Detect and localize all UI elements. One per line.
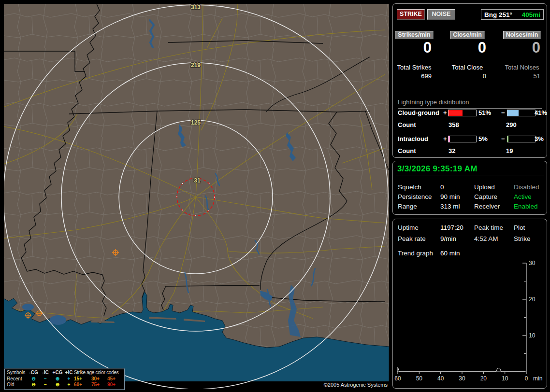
cloud-ground-count-row: Count 358 290 (393, 121, 547, 129)
lightning-map[interactable]: 313 219 125 31 Symbols -CG -IC +CG +IC S… (4, 4, 389, 389)
legend-header-neg-cg: -CG (28, 370, 40, 376)
uptime-label: Uptime (398, 224, 419, 231)
svg-text:40: 40 (437, 375, 444, 382)
cg-positive-count: 358 (449, 121, 459, 128)
count-label: Count (398, 147, 416, 154)
legend-row-label: Recent (7, 376, 28, 382)
noise-button[interactable]: NOISE (427, 9, 455, 20)
svg-text:10: 10 (529, 332, 536, 339)
legend-age-header: Strike age color codes (74, 370, 123, 376)
status-row: Squelch 0 Upload Disabled (393, 183, 547, 192)
ring-label-31: 31 (194, 177, 201, 184)
squelch-value: 0 (440, 183, 444, 191)
map-symbol-legend: Symbols -CG -IC +CG +IC Strike age color… (4, 368, 125, 390)
pos-cg-old-icon: ⊕ (51, 382, 64, 388)
datetime-display: 3/3/2026 9:35:19 AM (397, 164, 478, 174)
legend-header-neg-ic: -IC (40, 370, 51, 376)
minus-sign: − (501, 135, 505, 142)
peak-time-label: Peak time (474, 224, 503, 231)
ic-positive-pct: 5% (478, 135, 488, 142)
trend-graph-label: Trend graph (398, 250, 433, 257)
legend-header-pos-cg: +CG (51, 370, 64, 376)
total-close-value: 0 (446, 72, 489, 80)
divider (396, 176, 544, 176)
trend-panel: Uptime 1197:20 Peak time Plot Peak rate … (392, 219, 547, 389)
trend-graph-window: 60 min (440, 250, 460, 257)
cg-positive-bar (448, 110, 477, 116)
upload-status: Disabled (514, 183, 539, 191)
plot-mode-value: Strike (514, 235, 531, 242)
legend-row-label: Old (7, 382, 28, 388)
cg-negative-pct: 41% (535, 109, 547, 116)
peak-rate-label: Peak rate (398, 235, 426, 242)
cloud-ground-label: Cloud-ground (398, 109, 439, 116)
trend-graph: 1020306050403020100min (393, 261, 547, 387)
age-code-60: 60+ (74, 382, 91, 388)
copyright-text: ©2005 Astrogenic Systems (324, 382, 388, 388)
plot-label: Plot (514, 224, 525, 231)
noises-counter: Noises/min 0 Total Noises 51 (501, 31, 543, 80)
svg-text:10: 10 (502, 375, 508, 382)
receiver-status: Enabled (514, 203, 538, 210)
status-panel: 3/3/2026 9:35:19 AM Squelch 0 Upload Dis… (392, 161, 547, 215)
strike-stats-panel: STRIKE NOISE Bng 251° 405mi Strikes/min … (392, 3, 547, 158)
cg-positive-pct: 51% (478, 109, 491, 116)
svg-text:30: 30 (459, 375, 465, 382)
map-canvas: 313 219 125 31 (4, 4, 389, 389)
neg-cg-recent-icon: ⊖ (28, 376, 40, 382)
ic-negative-count: 19 (506, 147, 513, 154)
close-per-min-button[interactable]: Close/min (450, 31, 485, 39)
distribution-title: Lightning type distribution (398, 98, 542, 109)
svg-text:20: 20 (480, 375, 487, 382)
svg-text:20: 20 (529, 296, 536, 303)
svg-text:60: 60 (394, 375, 401, 382)
minus-sign: − (501, 109, 505, 116)
svg-text:50: 50 (416, 375, 423, 382)
cg-negative-bar (507, 110, 536, 116)
persistence-label: Persistence (398, 193, 432, 200)
close-per-min-value: 0 (446, 40, 489, 56)
legend-header-symbols: Symbols (7, 370, 28, 376)
bearing-readout: Bng 251° 405mi (481, 9, 544, 20)
age-code-45: 45+ (107, 376, 123, 382)
range-value: 313 mi (440, 203, 460, 210)
svg-text:0: 0 (525, 375, 528, 382)
noises-per-min-value: 0 (501, 40, 543, 56)
close-counter: Close/min 0 Total Close 0 (446, 31, 489, 80)
neg-ic-old-icon: − (40, 382, 51, 388)
age-code-75: 75+ (91, 382, 107, 388)
status-row: Persistence 90 min Capture Active (393, 193, 547, 202)
plus-sign: + (443, 135, 447, 142)
bearing-value: Bng 251° (484, 11, 512, 18)
age-code-30: 30+ (91, 376, 107, 382)
count-label: Count (398, 121, 416, 128)
intracloud-count-row: Count 32 19 (393, 147, 547, 155)
ic-negative-bar (507, 136, 536, 142)
trend-graph-row: Trend graph 60 min (393, 250, 547, 258)
plus-sign: + (443, 109, 447, 116)
noises-per-min-button[interactable]: Noises/min (503, 31, 541, 39)
neg-cg-old-icon: ⊖ (28, 382, 40, 388)
ic-positive-bar (448, 136, 477, 142)
status-row: Range 313 mi Receiver Enabled (393, 203, 547, 211)
intracloud-label: Intracloud (398, 135, 428, 142)
ring-label-219: 219 (191, 62, 201, 69)
pos-ic-recent-icon: + (64, 376, 74, 382)
cg-negative-count: 290 (506, 121, 517, 128)
age-code-90: 90+ (107, 382, 123, 388)
ring-label-313: 313 (191, 4, 201, 11)
bearing-distance-value: 405mi (522, 11, 540, 18)
peak-rate-value: 9/min (440, 235, 456, 242)
intracloud-row: Intracloud + 5% − 3% (393, 135, 547, 143)
range-label: Range (398, 203, 417, 210)
neg-ic-recent-icon: − (40, 376, 51, 382)
receiver-label: Receiver (474, 203, 500, 210)
strike-button[interactable]: STRIKE (397, 9, 425, 20)
strikes-per-min-button[interactable]: Strikes/min (395, 31, 433, 39)
peak-time-value: 4:52 AM (474, 235, 498, 242)
pos-cg-recent-icon: ⊕ (51, 376, 64, 382)
total-strikes-value: 699 (394, 72, 434, 80)
total-strikes-label: Total Strikes (394, 64, 434, 71)
upload-label: Upload (474, 183, 495, 191)
strikes-per-min-value: 0 (394, 40, 434, 56)
